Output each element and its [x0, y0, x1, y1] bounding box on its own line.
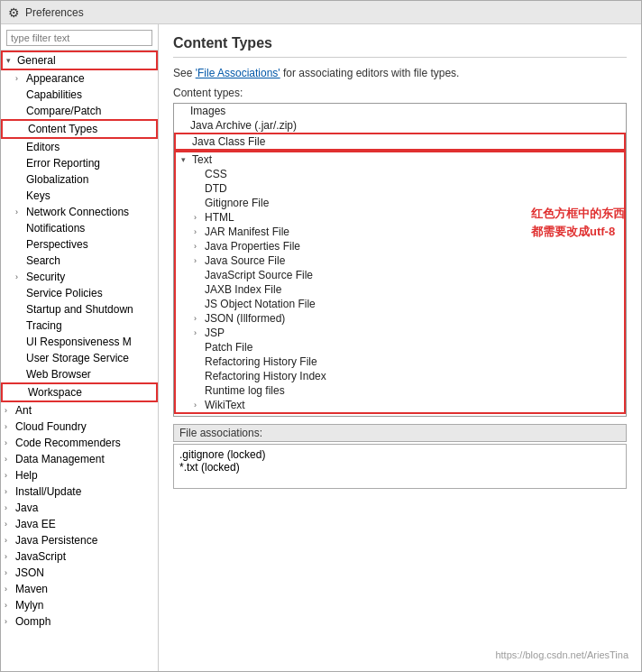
sidebar-label-workspace: Workspace: [28, 386, 82, 399]
title-bar: ⚙ Preferences: [1, 1, 641, 24]
sidebar-item-search[interactable]: Search: [1, 253, 158, 269]
content-type-java-source[interactable]: ›Java Source File: [176, 253, 624, 268]
content-type-java-class-file[interactable]: Java Class File: [174, 133, 626, 151]
sidebar-item-ui-responsiveness[interactable]: UI Responsiveness M: [1, 334, 158, 350]
file-assoc-item: .gitignore (locked): [179, 448, 620, 461]
sidebar-item-ant[interactable]: ›Ant: [1, 402, 158, 419]
sidebar-item-tracing[interactable]: Tracing: [1, 318, 158, 334]
sidebar-item-install-update[interactable]: ›Install/Update: [1, 483, 158, 500]
ct-label-java-source: Java Source File: [205, 254, 285, 267]
sidebar-item-oomph[interactable]: ›Oomph: [1, 613, 158, 630]
sidebar-label-json: JSON: [15, 566, 44, 579]
ct-arrow-html: ›: [194, 213, 203, 222]
sidebar-item-java[interactable]: ›Java: [1, 500, 158, 516]
sidebar-label-oomph: Oomph: [15, 615, 50, 628]
sidebar-item-compare-patch[interactable]: Compare/Patch: [1, 103, 158, 119]
sidebar-item-startup-shutdown[interactable]: Startup and Shutdown: [1, 301, 158, 318]
content-type-java-archive[interactable]: Java Archive (.jar/.zip): [174, 118, 626, 133]
content-type-refactoring-history-index[interactable]: Refactoring History Index: [176, 369, 624, 383]
content-type-jaxb-index[interactable]: JAXB Index File: [176, 282, 624, 297]
file-assoc-link[interactable]: 'File Associations': [196, 67, 280, 79]
content-type-patch-file[interactable]: Patch File: [176, 340, 624, 354]
content-type-jsp[interactable]: ›JSP: [176, 326, 624, 340]
sidebar-label-tracing: Tracing: [26, 319, 62, 332]
sidebar-item-code-recommenders[interactable]: ›Code Recommenders: [1, 435, 158, 451]
sidebar-search-area: [1, 24, 158, 51]
sidebar-item-general[interactable]: ▾General: [1, 51, 158, 70]
sidebar-search-input[interactable]: [6, 30, 152, 46]
sidebar-item-web-browser[interactable]: Web Browser: [1, 366, 158, 382]
sidebar-item-help[interactable]: ›Help: [1, 467, 158, 483]
tree-arrow-oomph: ›: [5, 617, 14, 626]
sidebar-label-capabilities: Capabilities: [26, 88, 82, 101]
content-types-label: Content types:: [173, 87, 627, 99]
file-associations-section: File associations: .gitignore (locked)*.…: [173, 424, 627, 489]
sidebar-item-data-management[interactable]: ›Data Management: [1, 451, 158, 467]
sidebar-item-service-policies[interactable]: Service Policies: [1, 285, 158, 301]
content-type-text[interactable]: ▾Text: [176, 152, 624, 167]
sidebar-item-notifications[interactable]: Notifications: [1, 220, 158, 236]
tree-arrow-javascript: ›: [5, 552, 14, 561]
sidebar-item-capabilities[interactable]: Capabilities: [1, 87, 158, 103]
ct-label-text: Text: [192, 153, 212, 166]
tree-arrow-general: ▾: [6, 56, 15, 65]
sidebar-label-network-connections: Network Connections: [26, 206, 129, 218]
window-title: Preferences: [25, 6, 84, 19]
sidebar-item-javascript[interactable]: ›JavaScript: [1, 548, 158, 565]
sidebar-item-java-persistence[interactable]: ›Java Persistence: [1, 532, 158, 548]
ct-arrow-java-source: ›: [194, 256, 203, 265]
sidebar-item-mylyn[interactable]: ›Mylyn: [1, 597, 158, 613]
window-icon: ⚙: [8, 5, 20, 20]
tree-arrow-java-ee: ›: [5, 520, 14, 529]
ct-label-java-properties: Java Properties File: [205, 240, 300, 253]
sidebar-item-editors[interactable]: Editors: [1, 139, 158, 155]
sidebar-label-data-management: Data Management: [15, 453, 105, 465]
sidebar-item-workspace[interactable]: Workspace: [1, 382, 158, 402]
preferences-window: ⚙ Preferences ▾General›AppearanceCapabil…: [0, 0, 642, 672]
sidebar-label-help: Help: [15, 469, 38, 482]
ct-arrow-json-illformed: ›: [194, 314, 203, 323]
sidebar-item-user-storage[interactable]: User Storage Service: [1, 350, 158, 366]
content-type-refactoring-history[interactable]: Refactoring History File: [176, 354, 624, 369]
content-type-css[interactable]: CSS: [176, 167, 624, 181]
sidebar-item-maven[interactable]: ›Maven: [1, 581, 158, 597]
content-type-images[interactable]: Images: [174, 104, 626, 118]
sidebar-item-json[interactable]: ›JSON: [1, 565, 158, 581]
ct-label-java-class-file: Java Class File: [192, 135, 265, 148]
sidebar-label-editors: Editors: [26, 141, 60, 153]
ct-label-wikitext: WikiText: [205, 399, 245, 411]
content-type-json-illformed[interactable]: ›JSON (Illformed): [176, 311, 624, 326]
sidebar-item-error-reporting[interactable]: Error Reporting: [1, 155, 158, 171]
content-type-runtime-log[interactable]: Runtime log files: [176, 383, 624, 398]
sidebar-label-web-browser: Web Browser: [26, 368, 91, 381]
tree-arrow-maven: ›: [5, 585, 14, 594]
content-type-wikitext[interactable]: ›WikiText: [176, 398, 624, 412]
ct-label-refactoring-history: Refactoring History File: [205, 355, 317, 368]
content-type-java-properties[interactable]: ›Java Properties File: [176, 239, 624, 253]
ct-label-jaxb-index: JAXB Index File: [205, 283, 281, 296]
sidebar-item-network-connections[interactable]: ›Network Connections: [1, 204, 158, 220]
sidebar-item-keys[interactable]: Keys: [1, 188, 158, 204]
sidebar-label-ui-responsiveness: UI Responsiveness M: [26, 336, 132, 348]
sidebar-label-notifications: Notifications: [26, 222, 85, 235]
ct-arrow-jsp: ›: [194, 328, 203, 337]
sidebar-item-cloud-foundry[interactable]: ›Cloud Foundry: [1, 419, 158, 435]
file-assoc-item: *.txt (locked): [179, 461, 620, 474]
sidebar-label-maven: Maven: [15, 583, 48, 595]
ct-label-refactoring-history-index: Refactoring History Index: [205, 370, 326, 382]
tree-arrow-json: ›: [5, 568, 14, 577]
content-type-javascript-source[interactable]: JavaScript Source File: [176, 268, 624, 282]
sidebar-item-globalization[interactable]: Globalization: [1, 171, 158, 188]
sidebar-item-perspectives[interactable]: Perspectives: [1, 236, 158, 253]
sidebar-item-appearance[interactable]: ›Appearance: [1, 70, 158, 87]
sidebar-item-java-ee[interactable]: ›Java EE: [1, 516, 158, 532]
content-types-tree[interactable]: ImagesJava Archive (.jar/.zip)Java Class…: [173, 103, 627, 417]
content-type-js-object-notation[interactable]: JS Object Notation File: [176, 297, 624, 311]
sidebar-item-content-types[interactable]: Content Types: [1, 119, 158, 139]
sidebar-label-compare-patch: Compare/Patch: [26, 105, 101, 117]
ct-label-patch-file: Patch File: [205, 341, 252, 354]
sidebar-item-security[interactable]: ›Security: [1, 269, 158, 285]
sidebar-label-code-recommenders: Code Recommenders: [15, 437, 121, 449]
content-type-dtd[interactable]: DTD: [176, 181, 624, 196]
red-box-section: ▾TextCSSDTDGitignore File›HTML›JAR Manif…: [174, 151, 626, 414]
